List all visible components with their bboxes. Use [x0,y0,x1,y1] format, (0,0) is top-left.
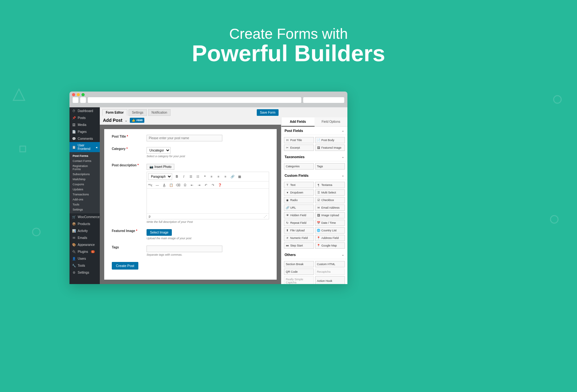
link-icon[interactable]: 🔗 [230,175,235,179]
sidebar-item-posts[interactable]: 📌Posts [69,114,100,121]
field-url[interactable]: 🔗URL [284,205,314,211]
sidebar-item-user-frontend[interactable]: 📋User Frontend◂ [69,142,100,152]
tab-notification[interactable]: Notification [148,109,171,116]
close-dot[interactable] [72,93,75,96]
field-post-body[interactable]: 📄Post Body [315,137,345,143]
field-step-start[interactable]: ⏭Step Start [284,242,314,249]
editor-body[interactable] [147,189,269,213]
sidebar-item-settings[interactable]: ⚙Settings [69,269,100,276]
field-image-upload[interactable]: 🖼Image Upload [315,212,345,218]
section-taxonomies[interactable]: Taxonomies⌄ [281,153,347,161]
sidebar-sub-add-ons[interactable]: Add-ons [69,197,100,202]
sidebar-item-users[interactable]: 👤Users [69,255,100,262]
field-tags[interactable]: Tags [315,163,345,169]
sidebar-sub-coupons[interactable]: Coupons [69,182,100,187]
italic-icon[interactable]: I [182,175,186,179]
field-custom-html[interactable]: Custom HTML [315,261,345,267]
field-email-address[interactable]: ✉Email Address [315,205,345,211]
field-action-hook[interactable]: Action Hook [315,276,345,284]
help-icon[interactable]: ❓ [218,183,222,187]
format-select[interactable]: Paragraph [148,173,172,180]
field-radio[interactable]: ◉Radio [284,197,314,203]
sidebar-item-dashboard[interactable]: ⏱Dashboard [69,107,100,114]
field-qr-code[interactable]: QR Code [284,269,314,275]
sidebar-sub-settings[interactable]: Settings [69,207,100,212]
insert-photo-button[interactable]: 📷Insert Photo [147,164,174,170]
field-country-list[interactable]: 🌐Country List [315,227,345,234]
clear-icon[interactable]: ⌫ [176,183,180,187]
field-dropdown[interactable]: ▾Dropdown [284,189,314,196]
sidebar-item-plugins[interactable]: 🔌Plugins1 [69,248,100,255]
field-google-map[interactable]: 📍Google Map [315,242,345,249]
field-post-title[interactable]: HPost Title [284,137,314,143]
more-icon[interactable]: ▦ [237,175,242,179]
sidebar-item-products[interactable]: 📦Products [69,220,100,227]
address-bar[interactable] [88,97,301,103]
field-repeat-field[interactable]: ↻Repeat Field [284,220,314,226]
field-hidden-field[interactable]: 👁Hidden Field [284,212,314,218]
sidebar-sub-transactions[interactable]: Transactions [69,192,100,197]
undo-icon[interactable]: ↶ [204,183,208,187]
sidebar-item-appearance[interactable]: 🎨Appearance [69,241,100,248]
sidebar-item-tools[interactable]: 🔧Tools [69,262,100,269]
resize-handle[interactable]: ⋰ [264,215,267,218]
sidebar-sub-mailchimp[interactable]: Mailchimp [69,177,100,182]
sidebar-sub-registration-forms[interactable]: Registration Forms [69,163,100,172]
align-center-icon[interactable]: ≡ [216,175,221,179]
textcolor-icon[interactable]: A [162,183,166,187]
category-select[interactable]: Uncategorized [147,147,171,154]
max-dot[interactable] [81,93,85,96]
field-numeric-field[interactable]: #Numeric Field [284,235,314,241]
field-address-field[interactable]: 📍Address Field [315,235,345,241]
outdent-icon[interactable]: ⇤ [190,183,194,187]
field-categories[interactable]: Categories [284,163,314,169]
ul-icon[interactable]: ☰ [189,175,193,179]
save-form-button[interactable]: Save Form [257,109,279,116]
sidebar-sub-contact-forms[interactable]: Contact Forms [69,158,100,163]
sidebar-sub-tools[interactable]: Tools [69,202,100,207]
sidebar-item-emails[interactable]: ✉Emails [69,234,100,241]
sidebar-item-media[interactable]: 🖼Media [69,121,100,128]
form-id-pill[interactable]: 👍#698 [130,118,144,123]
redo-icon[interactable]: ↷ [211,183,215,187]
min-dot[interactable] [77,93,80,96]
sidebar-sub-subscriptions[interactable]: Subscriptions [69,172,100,177]
select-image-button[interactable]: Select Image [147,229,172,236]
field-textarea[interactable]: ¶Textarea [315,182,345,188]
sidebar-item-pages[interactable]: 📄Pages [69,128,100,135]
ol-icon[interactable]: ☷ [195,175,200,179]
post-title-input[interactable] [147,135,222,141]
field-checkbox[interactable]: ☑Checkbox [315,197,345,203]
section-others[interactable]: Others⌄ [281,251,347,259]
char-icon[interactable]: Ω [183,183,187,187]
nav-fwd[interactable] [80,97,86,103]
field-featured-image[interactable]: 🖼Featured Image [315,145,345,151]
sidebar-item-woocommerce[interactable]: 🛒WooCommerce [69,213,100,220]
create-post-button[interactable]: Create Post [112,262,138,270]
field-multi-select[interactable]: ☰Multi Select [315,189,345,196]
field-excerpt[interactable]: ✂Excerpt [284,145,314,151]
section-post-fields[interactable]: Post Fields⌄ [281,127,347,135]
align-right-icon[interactable]: ≡ [223,175,228,179]
bold-icon[interactable]: B [175,175,179,179]
tab-field-options[interactable]: Field Options [315,117,348,127]
align-left-icon[interactable]: ≡ [209,175,214,179]
tab-settings[interactable]: Settings [129,109,147,116]
field-section-break[interactable]: Section Break [284,261,314,267]
sidebar-item-activity[interactable]: 📊Activity [69,227,100,234]
field-file-upload[interactable]: ⬆File Upload [284,227,314,234]
tab-form-editor[interactable]: Form Editor [102,109,127,116]
chevron-down-icon[interactable]: ⌄ [125,119,127,122]
tab-add-fields[interactable]: Add Fields [281,117,315,127]
hr-icon[interactable]: — [155,183,159,187]
indent-icon[interactable]: ⇥ [197,183,201,187]
strike-icon[interactable]: ᴬᴮᴄ [148,183,153,187]
sidebar-sub-updates[interactable]: Updates [69,187,100,192]
search-bar[interactable] [303,97,344,103]
sidebar-sub-post-forms[interactable]: Post Forms [69,153,100,158]
section-custom-fields[interactable]: Custom Fields⌄ [281,171,347,180]
paste-icon[interactable]: 📋 [169,183,173,187]
field-text[interactable]: TText [284,182,314,188]
field-date-time[interactable]: 📅Date / Time [315,220,345,226]
quote-icon[interactable]: ❝ [202,175,207,179]
